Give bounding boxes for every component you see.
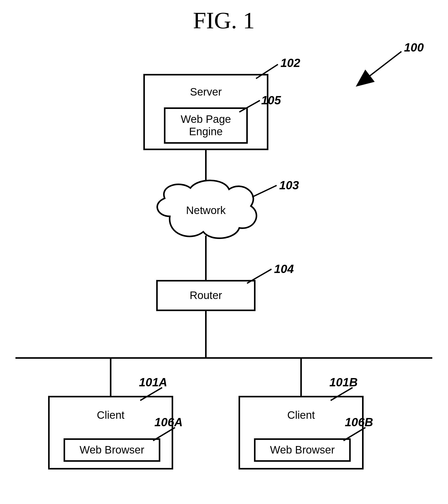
router-node: Router 104 xyxy=(157,262,294,310)
figure-title: FIG. 1 xyxy=(193,7,255,33)
network-diagram: FIG. 1 100 Server 102 Web Page Engine 10… xyxy=(0,0,448,504)
svg-text:106B: 106B xyxy=(345,415,373,429)
svg-text:Web Browser: Web Browser xyxy=(80,444,144,456)
svg-text:Web Page: Web Page xyxy=(181,113,231,125)
svg-text:Engine: Engine xyxy=(189,125,223,138)
svg-text:Network: Network xyxy=(186,204,226,216)
svg-text:Server: Server xyxy=(190,86,222,98)
svg-line-12 xyxy=(252,185,277,197)
network-node: Network 103 xyxy=(157,178,299,238)
svg-text:Web Browser: Web Browser xyxy=(270,444,335,456)
svg-text:105: 105 xyxy=(261,93,281,107)
svg-line-16 xyxy=(247,269,271,283)
svg-text:102: 102 xyxy=(280,56,300,70)
client-b-node: Client 101B Web Browser 106B xyxy=(239,375,373,469)
server-node: Server 102 Web Page Engine 105 xyxy=(144,56,300,149)
svg-line-0 xyxy=(368,52,401,77)
svg-text:101B: 101B xyxy=(329,375,358,389)
svg-text:100: 100 xyxy=(404,41,424,54)
svg-text:Client: Client xyxy=(97,409,125,421)
svg-text:101A: 101A xyxy=(139,375,167,389)
svg-text:103: 103 xyxy=(279,178,299,192)
svg-text:106A: 106A xyxy=(154,415,183,429)
svg-text:104: 104 xyxy=(274,262,294,276)
ref-overall: 100 xyxy=(368,41,424,77)
svg-text:Router: Router xyxy=(190,289,222,301)
client-a-node: Client 101A Web Browser 106A xyxy=(49,375,183,469)
svg-text:Client: Client xyxy=(287,409,315,421)
